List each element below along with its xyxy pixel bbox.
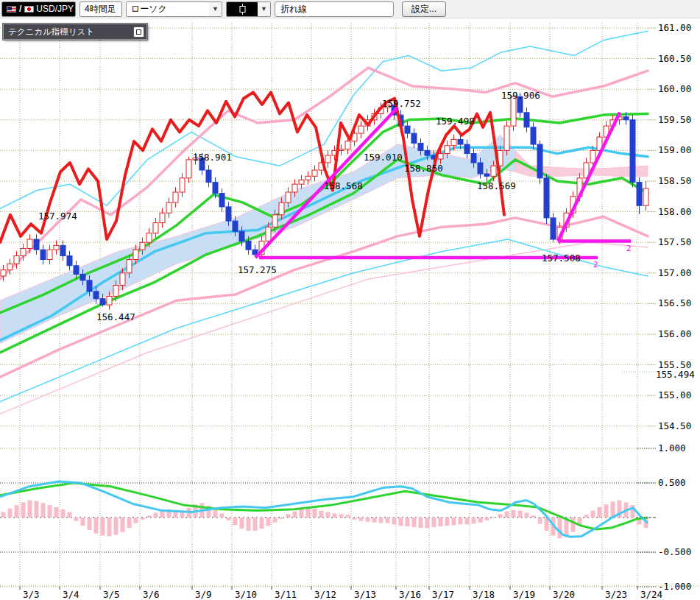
svg-text:0.500: 0.500 [658, 477, 686, 488]
timeframe-select[interactable]: 4時間足 ▼ [79, 1, 122, 17]
svg-text:3/13: 3/13 [354, 589, 376, 600]
svg-text:158.50: 158.50 [658, 175, 691, 186]
svg-text:2: 2 [626, 244, 632, 253]
svg-text:159.010: 159.010 [364, 152, 403, 163]
svg-text:3/12: 3/12 [314, 589, 336, 600]
svg-text:161.00: 161.00 [658, 22, 691, 33]
svg-text:155.494: 155.494 [656, 369, 695, 380]
svg-text:3/5: 3/5 [103, 589, 120, 600]
svg-text:157.00: 157.00 [658, 267, 691, 278]
candle-color-select[interactable]: ▼ [226, 1, 271, 17]
svg-text:2: 2 [593, 260, 598, 269]
svg-text:3/16: 3/16 [399, 589, 421, 600]
timeframe-label: 4時間足 [80, 3, 121, 15]
symbol-select[interactable]: / USD/JPY ▼ [1, 1, 76, 17]
svg-text:3/9: 3/9 [195, 589, 212, 600]
svg-text:157.508: 157.508 [542, 253, 581, 264]
settings-button[interactable]: 設定... [402, 1, 446, 17]
svg-text:3/6: 3/6 [143, 589, 160, 600]
line-type-field[interactable]: 折れ線 [275, 1, 394, 17]
chart-type-select[interactable]: ローソク ▼ [126, 1, 222, 17]
panel-title: テクニカル指標リスト [8, 27, 94, 38]
line-type-label: 折れ線 [280, 3, 307, 15]
svg-text:158.568: 158.568 [324, 180, 363, 191]
svg-text:3/23: 3/23 [605, 589, 627, 600]
svg-text:159.498: 159.498 [436, 116, 475, 127]
chart-type-label: ローソク [127, 3, 209, 15]
chevron-down-icon: ▼ [209, 2, 222, 16]
svg-text:3/19: 3/19 [513, 589, 535, 600]
svg-text:3/10: 3/10 [235, 589, 257, 600]
svg-text:158.901: 158.901 [193, 152, 232, 163]
svg-text:-0.500: -0.500 [658, 546, 691, 557]
flag-separator: / [19, 4, 21, 14]
chart-area[interactable]: 22 157.974156.447158.901157.275158.56815… [0, 18, 700, 600]
svg-text:3/20: 3/20 [553, 589, 575, 600]
svg-text:156.447: 156.447 [96, 311, 135, 322]
svg-text:158.569: 158.569 [477, 180, 516, 191]
svg-text:159.906: 159.906 [501, 90, 540, 101]
svg-text:158.850: 158.850 [404, 163, 443, 174]
svg-text:156.00: 156.00 [658, 328, 691, 339]
x-axis: 3/33/43/53/63/93/103/113/123/133/163/173… [20, 586, 662, 600]
svg-text:159.00: 159.00 [658, 144, 691, 155]
svg-text:3/17: 3/17 [432, 589, 454, 600]
jp-flag-icon [24, 6, 34, 13]
svg-text:3/18: 3/18 [473, 589, 495, 600]
macd-subchart [0, 481, 648, 538]
settings-button-label: 設定... [411, 3, 436, 15]
us-flag-icon [7, 6, 16, 13]
svg-text:160.00: 160.00 [658, 83, 691, 94]
svg-text:-1.000: -1.000 [658, 581, 691, 592]
svg-text:155.00: 155.00 [658, 389, 691, 400]
chevron-down-icon: ▼ [121, 2, 122, 16]
svg-text:3/3: 3/3 [23, 589, 40, 600]
svg-text:160.50: 160.50 [658, 53, 691, 64]
svg-text:156.50: 156.50 [658, 297, 691, 308]
toolbar: / USD/JPY ▼ 4時間足 ▼ ローソク ▼ ▼ 折れ線 設定... [0, 0, 700, 18]
white-candle-icon [227, 2, 258, 16]
restore-box-icon [136, 29, 141, 35]
svg-text:1.000: 1.000 [658, 442, 686, 453]
svg-text:3/4: 3/4 [63, 589, 79, 600]
svg-text:157.50: 157.50 [658, 236, 691, 247]
svg-text:154.50: 154.50 [658, 420, 691, 431]
chevron-down-icon: ▼ [258, 2, 270, 16]
symbol-label: USD/JPY [36, 4, 74, 14]
technical-indicator-list-panel[interactable]: テクニカル指標リスト [3, 24, 147, 40]
svg-text:158.00: 158.00 [658, 206, 691, 217]
svg-text:3/24: 3/24 [640, 589, 662, 600]
svg-text:3/11: 3/11 [275, 589, 297, 600]
svg-text:159.50: 159.50 [658, 114, 691, 125]
svg-text:157.974: 157.974 [38, 211, 77, 222]
svg-text:159.752: 159.752 [382, 98, 421, 109]
restore-window-button[interactable] [133, 27, 144, 38]
svg-text:157.275: 157.275 [238, 264, 277, 275]
